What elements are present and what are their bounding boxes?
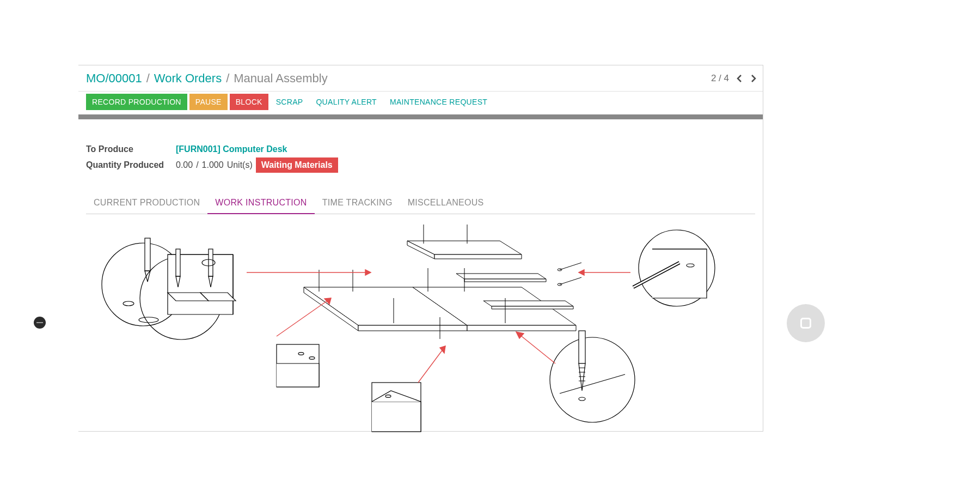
svg-rect-5 xyxy=(176,249,180,276)
device-sensor-dot xyxy=(34,317,46,329)
tab-time-tracking[interactable]: TIME TRACKING xyxy=(315,193,400,214)
qty-produced-row: Quantity Produced 0.00 / 1.000 Unit(s) W… xyxy=(86,157,755,173)
qty-total: 1.000 xyxy=(202,160,224,170)
pager: 2 / 4 xyxy=(711,73,757,84)
home-icon xyxy=(800,318,811,329)
pause-button[interactable]: PAUSE xyxy=(189,94,228,110)
svg-point-29 xyxy=(550,337,635,422)
svg-rect-30 xyxy=(579,331,585,363)
svg-point-31 xyxy=(579,397,585,401)
breadcrumb-mo-link[interactable]: MO/00001 xyxy=(86,71,142,86)
svg-point-7 xyxy=(123,301,134,306)
qty-uom: Unit(s) xyxy=(227,160,253,170)
work-instruction-diagram xyxy=(86,222,755,434)
divider xyxy=(78,114,763,119)
tab-miscellaneous[interactable]: MISCELLANEOUS xyxy=(400,193,492,214)
tabs: CURRENT PRODUCTION WORK INSTRUCTION TIME… xyxy=(86,193,755,214)
record-production-button[interactable]: RECORD PRODUCTION xyxy=(86,94,187,110)
qty-done: 0.00 xyxy=(176,160,193,170)
tab-current-production[interactable]: CURRENT PRODUCTION xyxy=(86,193,207,214)
breadcrumb-sep: / xyxy=(146,71,150,86)
tab-work-instruction[interactable]: WORK INSTRUCTION xyxy=(207,193,314,214)
toolbar: RECORD PRODUCTION PAUSE BLOCK SCRAP QUAL… xyxy=(78,92,763,112)
svg-point-9 xyxy=(139,317,158,323)
qty-sep: / xyxy=(196,160,198,170)
breadcrumb-sep: / xyxy=(226,71,229,86)
svg-point-28 xyxy=(385,395,391,398)
qty-produced-label: Quantity Produced xyxy=(86,160,176,170)
to-produce-label: To Produce xyxy=(86,144,176,154)
block-button[interactable]: BLOCK xyxy=(230,94,268,110)
breadcrumb: MO/00001 / Work Orders / Manual Assembly xyxy=(86,71,328,86)
breadcrumb-workorders-link[interactable]: Work Orders xyxy=(154,71,222,86)
pager-next[interactable] xyxy=(750,74,757,83)
scrap-button[interactable]: SCRAP xyxy=(271,94,309,110)
svg-point-25 xyxy=(298,353,304,355)
work-order-window: MO/00001 / Work Orders / Manual Assembly… xyxy=(78,65,763,432)
status-badge: Waiting Materials xyxy=(256,157,338,173)
breadcrumb-bar: MO/00001 / Work Orders / Manual Assembly… xyxy=(78,65,763,92)
pager-count: 2 / 4 xyxy=(711,73,729,84)
maintenance-request-button[interactable]: MAINTENANCE REQUEST xyxy=(384,94,493,110)
pager-prev[interactable] xyxy=(736,74,743,83)
quality-alert-button[interactable]: QUALITY ALERT xyxy=(310,94,382,110)
details-section: To Produce [FURN001] Computer Desk Quant… xyxy=(78,119,763,173)
svg-rect-6 xyxy=(209,249,213,276)
svg-line-35 xyxy=(418,346,445,383)
breadcrumb-current: Manual Assembly xyxy=(234,71,327,86)
to-produce-row: To Produce [FURN001] Computer Desk xyxy=(86,144,755,154)
device-home-button[interactable] xyxy=(787,304,825,342)
svg-point-26 xyxy=(309,357,315,360)
svg-line-34 xyxy=(277,298,331,336)
svg-line-36 xyxy=(516,332,555,363)
svg-rect-4 xyxy=(145,238,150,271)
product-link[interactable]: [FURN001] Computer Desk xyxy=(176,144,287,154)
qty-produced-value: 0.00 / 1.000 Unit(s) Waiting Materials xyxy=(176,157,338,173)
